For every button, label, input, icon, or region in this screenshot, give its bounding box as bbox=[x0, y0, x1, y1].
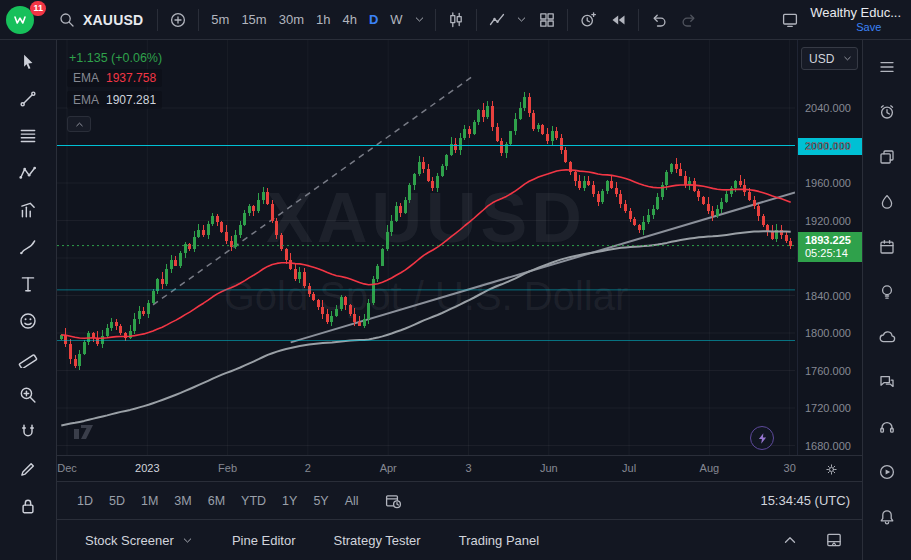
cloud-icon bbox=[878, 328, 896, 346]
compare-add-symbol-button[interactable] bbox=[164, 6, 192, 34]
quick-trade-button[interactable] bbox=[750, 426, 774, 450]
sidebar-watchlist-button[interactable] bbox=[873, 53, 901, 81]
tool-fib-retracement[interactable] bbox=[13, 122, 43, 150]
save-button[interactable]: Save bbox=[856, 21, 901, 34]
timeframe-4h[interactable]: 4h bbox=[336, 8, 362, 31]
panel-restore-icon bbox=[825, 531, 843, 549]
go-to-date-button[interactable] bbox=[379, 487, 407, 515]
tab-pine-editor[interactable]: Pine Editor bbox=[232, 533, 296, 548]
indicator-templates-button[interactable] bbox=[513, 6, 531, 34]
range-6m[interactable]: 6M bbox=[200, 490, 233, 512]
indicator-value: 1907.281 bbox=[106, 93, 156, 107]
sidebar-alerts-button[interactable] bbox=[873, 98, 901, 126]
tool-measure[interactable] bbox=[13, 344, 43, 372]
user-menu-button[interactable]: 11 bbox=[4, 3, 48, 37]
timeframe-15m[interactable]: 15m bbox=[235, 8, 272, 31]
ema-legend-row[interactable]: EMA 1907.281 bbox=[67, 91, 162, 109]
text-icon bbox=[18, 274, 38, 294]
notification-badge: 11 bbox=[30, 1, 46, 16]
symbol-search-button[interactable]: XAUUSD bbox=[50, 7, 151, 33]
undo-button[interactable] bbox=[645, 6, 673, 34]
sidebar-minds-button[interactable] bbox=[873, 323, 901, 351]
chart-canvas[interactable] bbox=[57, 40, 795, 455]
sidebar-hotlists-button[interactable] bbox=[873, 188, 901, 216]
open-panel-button[interactable] bbox=[776, 526, 804, 554]
tab-trading-panel[interactable]: Trading Panel bbox=[459, 533, 539, 548]
currency-select[interactable]: USD bbox=[801, 47, 858, 70]
create-alert-button[interactable] bbox=[574, 6, 602, 34]
account-menu[interactable]: Wealthy Educ... Save bbox=[810, 6, 901, 34]
bulb-icon bbox=[878, 283, 896, 301]
timeframe-menu-button[interactable] bbox=[411, 6, 429, 34]
tool-text[interactable] bbox=[13, 270, 43, 298]
sidebar-calendar-button[interactable] bbox=[873, 233, 901, 261]
price-axis-label: 1840.000 bbox=[805, 290, 851, 302]
ema-legend-row[interactable]: EMA 1937.758 bbox=[67, 69, 162, 87]
sidebar-ideas-button[interactable] bbox=[873, 278, 901, 306]
timeframe-d[interactable]: D bbox=[363, 8, 384, 31]
chevron-up-icon bbox=[781, 531, 799, 549]
redo-button[interactable] bbox=[675, 6, 703, 34]
server-clock[interactable]: 15:34:45 (UTC) bbox=[760, 493, 850, 508]
chart-pane[interactable]: XAUUSD Gold Spot / U.S. Dollar +1.135 (+… bbox=[57, 40, 862, 455]
sidebar-notifications-button[interactable] bbox=[873, 503, 901, 531]
range-ytd[interactable]: YTD bbox=[233, 490, 274, 512]
magnet-icon bbox=[18, 422, 38, 442]
sidebar-chats-button[interactable] bbox=[873, 368, 901, 396]
range-1d[interactable]: 1D bbox=[69, 490, 101, 512]
ruler-icon bbox=[18, 348, 38, 368]
sidebar-object-tree-button[interactable] bbox=[873, 143, 901, 171]
range-3m[interactable]: 3M bbox=[166, 490, 199, 512]
price-axis-label: 1720.000 bbox=[805, 402, 851, 414]
tool-forecast[interactable] bbox=[13, 196, 43, 224]
tool-trend-line[interactable] bbox=[13, 85, 43, 113]
range-1m[interactable]: 1M bbox=[133, 490, 166, 512]
sidebar-streams-button[interactable] bbox=[873, 458, 901, 486]
tab-strategy-tester[interactable]: Strategy Tester bbox=[333, 533, 420, 548]
symbol-name: XAUUSD bbox=[83, 12, 143, 28]
timeframe-w[interactable]: W bbox=[384, 8, 408, 31]
timeframe-30m[interactable]: 30m bbox=[273, 8, 310, 31]
indicators-icon bbox=[488, 11, 506, 29]
chart-legend: +1.135 (+0.06%) EMA 1937.758 EMA 1907.28… bbox=[67, 51, 164, 132]
tool-emoji[interactable] bbox=[13, 307, 43, 335]
indicators-button[interactable] bbox=[483, 6, 511, 34]
price-axis-label: 1960.000 bbox=[805, 177, 851, 189]
calendar-icon bbox=[878, 238, 896, 256]
tool-cursor[interactable] bbox=[13, 48, 43, 76]
lightning-icon bbox=[756, 432, 769, 445]
range-5y[interactable]: 5Y bbox=[305, 490, 336, 512]
range-5d[interactable]: 5D bbox=[101, 490, 133, 512]
chevron-down-icon bbox=[181, 534, 194, 547]
time-axis[interactable]: Dec2023Feb2Apr3JunJulAug30 bbox=[57, 455, 862, 481]
legend-collapse-button[interactable] bbox=[67, 116, 91, 132]
zoom-icon bbox=[18, 385, 38, 405]
chart-style-button[interactable] bbox=[442, 6, 470, 34]
tool-lock-drawings[interactable] bbox=[13, 492, 43, 520]
drawing-toolbar bbox=[0, 40, 57, 560]
range-1y[interactable]: 1Y bbox=[274, 490, 305, 512]
time-axis-label: Jun bbox=[540, 462, 558, 474]
restore-panel-button[interactable] bbox=[820, 526, 848, 554]
sidebar-support-button[interactable] bbox=[873, 413, 901, 441]
timeframe-1h[interactable]: 1h bbox=[310, 8, 336, 31]
layout-grid-button[interactable] bbox=[533, 6, 561, 34]
time-axis-label: 30 bbox=[784, 462, 796, 474]
fullscreen-button[interactable] bbox=[776, 6, 804, 34]
calendar-clock-icon bbox=[384, 492, 402, 510]
monitor-icon bbox=[781, 11, 799, 29]
tool-brush[interactable] bbox=[13, 233, 43, 261]
toolbar-separator bbox=[198, 9, 199, 31]
tool-magnet[interactable] bbox=[13, 418, 43, 446]
tool-zoom[interactable] bbox=[13, 381, 43, 409]
tradingview-logo[interactable] bbox=[71, 421, 99, 441]
axis-settings-button[interactable] bbox=[822, 460, 840, 478]
bar-replay-button[interactable] bbox=[604, 6, 632, 34]
range-all[interactable]: All bbox=[337, 490, 367, 512]
price-axis[interactable]: USD 2000.000 1893.225 05:25:14 2040.0002… bbox=[797, 40, 862, 455]
timeframe-5m[interactable]: 5m bbox=[205, 8, 235, 31]
tab-stock-screener[interactable]: Stock Screener bbox=[85, 533, 194, 548]
list-icon bbox=[878, 58, 896, 76]
tool-draw[interactable] bbox=[13, 455, 43, 483]
tool-xabcd-pattern[interactable] bbox=[13, 159, 43, 187]
